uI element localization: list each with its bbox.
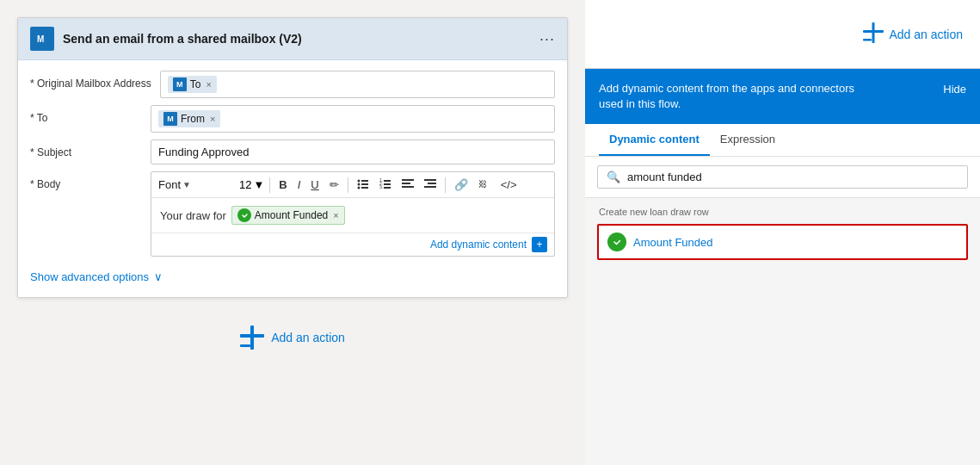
- left-panel: M Send an email from a shared mailbox (V…: [0, 0, 585, 465]
- to-tag-close[interactable]: ×: [206, 79, 211, 90]
- add-dynamic-content-plus[interactable]: +: [532, 237, 547, 252]
- amount-funded-inline-icon: [237, 208, 251, 222]
- body-label: * Body: [30, 171, 142, 190]
- tab-dynamic-content[interactable]: Dynamic content: [599, 124, 710, 156]
- tab-expression[interactable]: Expression: [710, 124, 786, 156]
- dynamic-content-bar: Add dynamic content +: [151, 232, 554, 256]
- svg-rect-11: [384, 183, 391, 185]
- subject-label: * Subject: [30, 140, 142, 158]
- original-mailbox-label: * Original Mailbox Address: [30, 71, 151, 90]
- right-panel: Add an action Add dynamic content from t…: [585, 0, 980, 465]
- editor-toolbar: Font ▼ 12 ▼ B I U ✏: [151, 172, 554, 198]
- highlight-button[interactable]: ✏: [326, 177, 342, 193]
- dynamic-search: 🔍: [585, 157, 980, 198]
- font-chevron-icon: ▼: [182, 180, 191, 189]
- bullet-list-button[interactable]: [354, 176, 373, 194]
- add-action-container: Add an action: [17, 312, 568, 363]
- svg-text:3.: 3.: [379, 184, 383, 189]
- search-icon: 🔍: [607, 170, 620, 183]
- underline-button[interactable]: U: [307, 177, 322, 193]
- to-tag-icon: M: [173, 78, 187, 91]
- from-tag: M From ×: [158, 110, 220, 127]
- code-button[interactable]: </>: [497, 177, 521, 193]
- link-button[interactable]: 🔗: [451, 177, 472, 193]
- right-top: Add an action: [585, 0, 980, 69]
- add-action-top-label: Add an action: [889, 28, 963, 41]
- numbered-list-button[interactable]: 1.2.3.: [376, 176, 395, 194]
- divider-3: [445, 177, 446, 193]
- dynamic-content-list: Create new loan draw row Amount Funded: [585, 198, 980, 465]
- add-action-top-button[interactable]: Add an action: [863, 22, 963, 46]
- svg-rect-24: [240, 344, 250, 347]
- font-label: Font: [158, 178, 181, 191]
- svg-point-4: [357, 183, 360, 186]
- svg-rect-9: [384, 180, 391, 182]
- from-tag-icon: M: [163, 112, 177, 126]
- dynamic-panel: Add dynamic content from the apps and co…: [585, 69, 980, 465]
- unlink-button[interactable]: ⛓: [475, 176, 494, 194]
- amount-funded-close[interactable]: ×: [333, 210, 338, 220]
- advanced-chevron-icon: ∨: [154, 270, 163, 283]
- amount-funded-item-icon: [607, 232, 626, 251]
- subject-row: * Subject: [30, 140, 555, 164]
- amount-funded-item-label: Amount Funded: [633, 236, 713, 249]
- add-dynamic-content-link[interactable]: Add dynamic content: [430, 239, 527, 251]
- svg-rect-26: [872, 22, 875, 43]
- original-mailbox-field: M To ×: [160, 71, 555, 98]
- from-tag-label: From: [181, 113, 205, 125]
- align-left-button[interactable]: [398, 176, 417, 194]
- dynamic-tabs: Dynamic content Expression: [585, 124, 980, 157]
- svg-rect-7: [361, 187, 368, 189]
- card-header: M Send an email from a shared mailbox (V…: [18, 18, 567, 60]
- body-field: Font ▼ 12 ▼ B I U ✏: [151, 171, 555, 257]
- italic-button[interactable]: I: [294, 177, 305, 193]
- svg-text:M: M: [37, 34, 44, 44]
- add-action-icon: [240, 326, 264, 350]
- font-size-select[interactable]: 12 ▼: [239, 178, 264, 191]
- font-select[interactable]: Font ▼: [158, 178, 236, 191]
- add-action-button[interactable]: Add an action: [240, 326, 345, 350]
- bold-button[interactable]: B: [275, 177, 290, 193]
- amount-funded-item[interactable]: Amount Funded: [597, 224, 968, 260]
- svg-point-21: [240, 211, 249, 220]
- advanced-options-toggle[interactable]: Show advanced options ∨: [30, 264, 555, 287]
- svg-rect-27: [863, 39, 872, 41]
- svg-rect-16: [402, 186, 414, 188]
- divider-1: [269, 177, 270, 193]
- divider-2: [348, 177, 348, 193]
- svg-rect-23: [250, 326, 254, 350]
- from-tag-close[interactable]: ×: [210, 114, 215, 124]
- to-label: * To: [30, 105, 142, 124]
- svg-rect-3: [361, 180, 368, 182]
- amount-funded-inline-label: Amount Funded: [255, 209, 328, 221]
- font-size-value: 12: [239, 178, 251, 191]
- dynamic-panel-header: Add dynamic content from the apps and co…: [585, 69, 980, 124]
- original-mailbox-row: * Original Mailbox Address M To ×: [30, 71, 555, 98]
- original-mailbox-input[interactable]: M To ×: [160, 71, 555, 98]
- svg-rect-17: [424, 179, 436, 181]
- svg-point-28: [612, 237, 622, 247]
- subject-input[interactable]: [151, 140, 555, 164]
- search-input[interactable]: [627, 170, 958, 183]
- body-editor: Font ▼ 12 ▼ B I U ✏: [151, 171, 555, 257]
- to-input[interactable]: M From ×: [151, 105, 555, 133]
- svg-point-6: [357, 187, 360, 189]
- ellipsis-button[interactable]: ···: [539, 30, 555, 48]
- section-label: Create new loan draw row: [597, 207, 968, 217]
- search-box: 🔍: [597, 165, 968, 189]
- svg-rect-5: [361, 183, 368, 185]
- svg-rect-14: [402, 179, 414, 181]
- font-size-chevron-icon: ▼: [253, 178, 264, 191]
- editor-content[interactable]: Your draw for Amount Funded ×: [151, 198, 554, 232]
- subject-field: [151, 140, 555, 164]
- hide-button[interactable]: Hide: [943, 81, 966, 96]
- svg-point-2: [357, 180, 360, 183]
- align-right-button[interactable]: [421, 176, 440, 194]
- card-title: Send an email from a shared mailbox (V2): [63, 32, 302, 46]
- to-field: M From ×: [151, 105, 555, 133]
- to-tag: M To ×: [168, 76, 217, 93]
- amount-funded-inline-tag[interactable]: Amount Funded ×: [231, 206, 345, 225]
- svg-rect-19: [424, 186, 436, 188]
- main-card: M Send an email from a shared mailbox (V…: [17, 17, 568, 298]
- to-tag-label: To: [190, 78, 201, 90]
